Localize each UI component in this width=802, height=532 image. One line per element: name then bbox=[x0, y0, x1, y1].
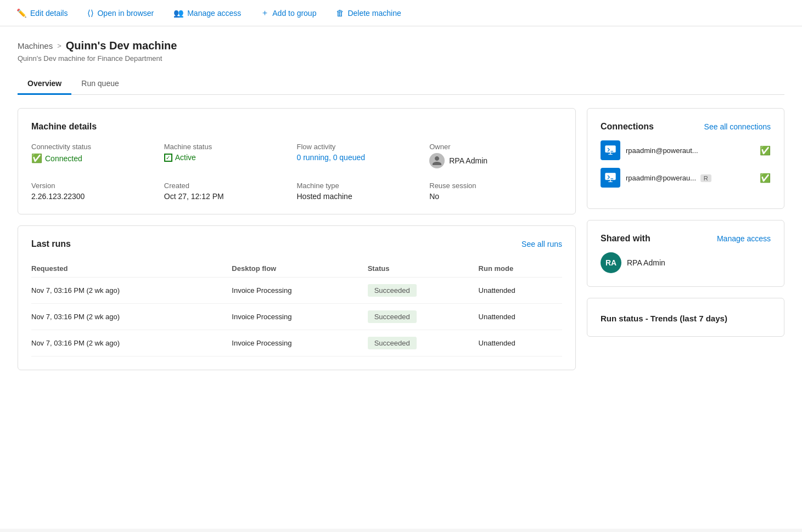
detail-connectivity: Connectivity status ✅ Connected bbox=[31, 143, 164, 168]
detail-created: Created Oct 27, 12:12 PM bbox=[164, 182, 297, 201]
table-row: Nov 7, 03:16 PM (2 wk ago) Invoice Proce… bbox=[31, 330, 562, 356]
manage-access-icon: 👥 bbox=[173, 8, 184, 18]
cell-requested: Nov 7, 03:16 PM (2 wk ago) bbox=[31, 304, 232, 330]
cell-mode: Unattended bbox=[479, 304, 562, 330]
detail-connectivity-label: Connectivity status bbox=[31, 143, 164, 151]
rpa-admin-avatar: RA bbox=[601, 252, 621, 273]
open-browser-icon: ⟨⟩ bbox=[87, 8, 94, 18]
connection-item-1: rpaadmin@poweraut... ✅ bbox=[601, 140, 771, 160]
user-row-1: RA RPA Admin bbox=[601, 252, 771, 273]
edit-label: Edit details bbox=[30, 9, 68, 18]
connections-header: Connections See all connections bbox=[601, 122, 771, 132]
detail-version-label: Version bbox=[31, 182, 164, 190]
connection-icon-1 bbox=[601, 140, 620, 160]
rpa-admin-name: RPA Admin bbox=[627, 258, 665, 267]
shared-with-title: Shared with bbox=[601, 234, 650, 244]
cell-requested: Nov 7, 03:16 PM (2 wk ago) bbox=[31, 278, 232, 304]
connection-check-2: ✅ bbox=[760, 173, 771, 183]
tabs: Overview Run queue bbox=[18, 73, 784, 95]
cell-mode: Unattended bbox=[479, 330, 562, 356]
detail-connectivity-value: ✅ Connected bbox=[31, 153, 164, 163]
machine-details-title: Machine details bbox=[31, 122, 562, 132]
edit-icon: ✏️ bbox=[16, 8, 27, 18]
desktop-flow-icon-1 bbox=[604, 144, 616, 156]
person-icon bbox=[431, 155, 442, 166]
last-runs-card: Last runs See all runs Requested Desktop… bbox=[18, 225, 576, 370]
add-to-group-button[interactable]: ＋ Add to group bbox=[257, 5, 319, 20]
detail-owner: Owner RPA Admin bbox=[429, 143, 562, 168]
connection-item-2: rpaadmin@powerau... R ✅ bbox=[601, 168, 771, 188]
cell-requested: Nov 7, 03:16 PM (2 wk ago) bbox=[31, 330, 232, 356]
add-group-icon: ＋ bbox=[261, 8, 269, 18]
cell-flow: Invoice Processing bbox=[232, 330, 367, 356]
manage-access-link[interactable]: Manage access bbox=[717, 234, 771, 243]
detail-flow-activity-label: Flow activity bbox=[297, 143, 430, 151]
detail-machine-type-value: Hosted machine bbox=[297, 192, 430, 201]
connection-icon-2 bbox=[601, 168, 620, 188]
cell-flow: Invoice Processing bbox=[232, 304, 367, 330]
connection-check-1: ✅ bbox=[760, 145, 771, 156]
detail-flow-activity: Flow activity 0 running, 0 queued bbox=[297, 143, 430, 168]
machine-details-grid: Connectivity status ✅ Connected Machine … bbox=[31, 143, 562, 201]
detail-reuse-session: Reuse session No bbox=[429, 182, 562, 201]
detail-machine-type: Machine type Hosted machine bbox=[297, 182, 430, 201]
last-runs-title: Last runs bbox=[31, 239, 71, 249]
connection-name-1: rpaadmin@poweraut... bbox=[626, 146, 754, 155]
detail-created-value: Oct 27, 12:12 PM bbox=[164, 192, 297, 201]
cell-status: Succeeded bbox=[368, 330, 479, 356]
connected-check-icon: ✅ bbox=[31, 153, 42, 163]
connections-card: Connections See all connections rpaadmin… bbox=[587, 108, 784, 209]
detail-machine-status-value: ✓ Active bbox=[164, 153, 297, 162]
breadcrumb-parent[interactable]: Machines bbox=[18, 41, 53, 50]
delete-machine-button[interactable]: 🗑 Delete machine bbox=[333, 6, 404, 20]
detail-machine-status: Machine status ✓ Active bbox=[164, 143, 297, 168]
col-status: Status bbox=[368, 260, 479, 278]
delete-label: Delete machine bbox=[347, 9, 401, 18]
detail-version: Version 2.26.123.22300 bbox=[31, 182, 164, 201]
col-run-mode: Run mode bbox=[479, 260, 562, 278]
last-runs-header: Last runs See all runs bbox=[31, 239, 562, 249]
status-badge: Succeeded bbox=[368, 284, 417, 297]
detail-version-value: 2.26.123.22300 bbox=[31, 192, 164, 201]
toolbar: ✏️ Edit details ⟨⟩ Open in browser 👥 Man… bbox=[0, 0, 802, 26]
trends-card: Run status - Trends (last 7 days) bbox=[587, 298, 784, 337]
table-row: Nov 7, 03:16 PM (2 wk ago) Invoice Proce… bbox=[31, 304, 562, 330]
col-desktop-flow: Desktop flow bbox=[232, 260, 367, 278]
svg-rect-2 bbox=[605, 173, 615, 180]
cell-status: Succeeded bbox=[368, 278, 479, 304]
shared-with-header: Shared with Manage access bbox=[601, 234, 771, 244]
shared-with-card: Shared with Manage access RA RPA Admin bbox=[587, 220, 784, 287]
right-panel: Connections See all connections rpaadmin… bbox=[587, 108, 784, 348]
cell-mode: Unattended bbox=[479, 278, 562, 304]
edit-details-button[interactable]: ✏️ Edit details bbox=[13, 6, 71, 20]
manage-label: Manage access bbox=[187, 9, 241, 18]
detail-reuse-session-label: Reuse session bbox=[429, 182, 562, 190]
breadcrumb-separator: > bbox=[57, 42, 61, 50]
left-column: Machine details Connectivity status ✅ Co… bbox=[18, 108, 576, 381]
see-all-connections-link[interactable]: See all connections bbox=[704, 122, 771, 131]
delete-icon: 🗑 bbox=[336, 8, 344, 18]
status-badge: Succeeded bbox=[368, 310, 417, 323]
detail-created-label: Created bbox=[164, 182, 297, 190]
tab-run-queue[interactable]: Run queue bbox=[71, 73, 129, 95]
cell-flow: Invoice Processing bbox=[232, 278, 367, 304]
open-in-browser-button[interactable]: ⟨⟩ Open in browser bbox=[84, 6, 157, 20]
main-content: Machines > Quinn's Dev machine Quinn's D… bbox=[0, 26, 802, 529]
machine-details-card: Machine details Connectivity status ✅ Co… bbox=[18, 108, 576, 214]
manage-access-button[interactable]: 👥 Manage access bbox=[170, 6, 244, 20]
owner-avatar bbox=[429, 153, 445, 168]
add-label: Add to group bbox=[272, 9, 316, 18]
see-all-runs-link[interactable]: See all runs bbox=[521, 240, 562, 248]
cell-status: Succeeded bbox=[368, 304, 479, 330]
page-subtitle: Quinn's Dev machine for Finance Departme… bbox=[18, 54, 784, 63]
tab-overview[interactable]: Overview bbox=[18, 73, 71, 95]
breadcrumb: Machines > Quinn's Dev machine bbox=[18, 39, 784, 52]
runs-table: Requested Desktop flow Status Run mode N… bbox=[31, 260, 562, 356]
detail-machine-status-label: Machine status bbox=[164, 143, 297, 151]
connections-title: Connections bbox=[601, 122, 654, 132]
open-label: Open in browser bbox=[97, 9, 154, 18]
connection-name-2: rpaadmin@powerau... R bbox=[626, 174, 754, 182]
table-row: Nov 7, 03:16 PM (2 wk ago) Invoice Proce… bbox=[31, 278, 562, 304]
status-badge: Succeeded bbox=[368, 337, 417, 349]
trends-title: Run status - Trends (last 7 days) bbox=[601, 314, 771, 323]
